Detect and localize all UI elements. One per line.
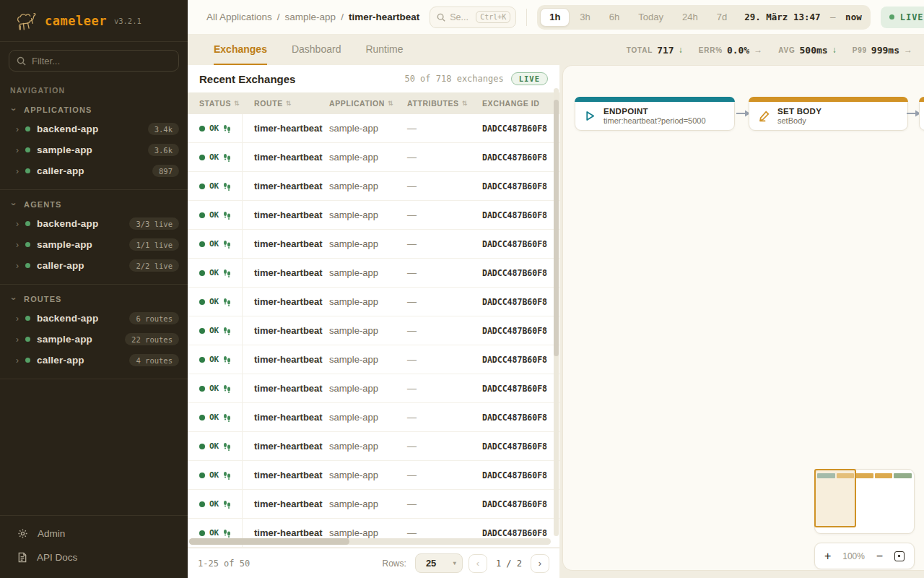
next-page-button[interactable]: › — [531, 554, 549, 573]
pencil-icon — [758, 110, 770, 122]
table-row[interactable]: OK timer-heartbeat sample-app — DADCC487… — [188, 490, 559, 519]
tab[interactable]: Runtime — [365, 35, 403, 65]
applications-list: › backend-app 3.4k › sample-app 3.6k › c… — [0, 118, 188, 181]
column-header-exchange-id[interactable]: EXCHANGE ID — [482, 99, 559, 108]
global-search[interactable]: Ctrl+K — [430, 7, 516, 28]
application-cell: sample-app — [329, 325, 407, 336]
stat-label: TOTAL — [627, 46, 653, 54]
status-dot — [25, 221, 30, 226]
status-text: OK — [209, 413, 219, 422]
sidebar-item-agent[interactable]: › backend-app 3/3 live — [0, 213, 188, 234]
table-row[interactable]: OK timer-heartbeat sample-app — DADCC487… — [188, 432, 559, 461]
table-row[interactable]: OK timer-heartbeat sample-app — DADCC487… — [188, 288, 559, 316]
item-badge: 897 — [152, 165, 179, 177]
flow-node-endpoint[interactable]: ENDPOINT timer:heartbeat?period=5000 — [575, 97, 735, 131]
table-row[interactable]: OK timer-heartbeat sample-app — DADCC487… — [188, 259, 559, 288]
table-row[interactable]: OK timer-heartbeat sample-app — DADCC487… — [188, 403, 559, 432]
exchange-id-cell: DADCC487B60F8 — [482, 499, 559, 509]
route-flow-canvas[interactable]: ENDPOINT timer:heartbeat?period=5000 SET… — [562, 65, 924, 571]
exchange-id-cell: DADCC487B60F8 — [482, 528, 559, 538]
divider — [0, 379, 188, 379]
tab[interactable]: Exchanges — [214, 35, 267, 65]
exchange-id-cell: DADCC487B60F8 — [482, 239, 559, 249]
table-row[interactable]: OK timer-heartbeat sample-app — DADCC487… — [188, 114, 559, 143]
sidebar-filter-input[interactable]: Filter... — [9, 50, 179, 72]
flow-node-set-body[interactable]: SET BODY setBody — [749, 97, 908, 131]
fit-view-button[interactable] — [894, 551, 905, 561]
zoom-in-button[interactable]: + — [824, 551, 831, 562]
ok-dot — [199, 155, 205, 160]
route-cell: timer-heartbeat — [243, 210, 329, 220]
exchange-id-cell: DADCC487B60F8 — [482, 413, 559, 423]
prev-page-button[interactable]: ‹ — [468, 554, 487, 573]
camel-logo-icon — [13, 9, 38, 33]
sidebar-item-agent[interactable]: › caller-app 2/2 live — [0, 255, 188, 276]
live-toggle[interactable]: LIVE — [881, 7, 924, 28]
zoom-out-button[interactable]: − — [876, 551, 883, 562]
time-range-chip[interactable]: 3h — [571, 8, 598, 27]
sidebar: cameleer v3.2.1 Filter... NAVIGATION › A… — [0, 0, 188, 578]
horizontal-scrollbar-thumb[interactable] — [189, 538, 349, 545]
table-row[interactable]: OK timer-heartbeat sample-app — DADCC487… — [188, 230, 559, 259]
status-text: OK — [209, 355, 219, 364]
tab[interactable]: Dashboard — [292, 35, 341, 65]
sidebar-item-route[interactable]: › backend-app 6 routes — [0, 308, 188, 329]
time-range-chips: 1h3h6hToday24h7d — [540, 8, 736, 27]
live-badge[interactable]: LIVE — [511, 72, 548, 85]
sidebar-group-agents[interactable]: › AGENTS — [0, 191, 188, 213]
footprints-icon — [223, 153, 231, 162]
agents-list: › backend-app 3/3 live › sample-app 1/1 … — [0, 213, 188, 276]
app-logo-text: cameleer — [45, 14, 107, 28]
sidebar-item-route[interactable]: › sample-app 22 routes — [0, 329, 188, 350]
search-input[interactable] — [450, 12, 471, 22]
table-row[interactable]: OK timer-heartbeat sample-app — DADCC487… — [188, 316, 559, 345]
time-range-chip[interactable]: Today — [629, 8, 672, 27]
exchange-id-cell: DADCC487B60F8 — [482, 355, 559, 365]
table-row[interactable]: OK timer-heartbeat sample-app — DADCC487… — [188, 374, 559, 403]
footprints-icon — [223, 413, 231, 422]
sidebar-item-admin[interactable]: Admin — [0, 522, 188, 545]
exchanges-header: Recent Exchanges 50 of 718 exchanges LIV… — [188, 65, 559, 92]
time-range-display[interactable]: 29. März 13:47 — now — [744, 12, 862, 22]
column-header-attributes[interactable]: ATTRIBUTES⇅ — [407, 99, 482, 108]
sidebar-item-agent[interactable]: › sample-app 1/1 live — [0, 234, 188, 255]
document-icon — [17, 552, 27, 563]
column-header-application[interactable]: APPLICATION⇅ — [329, 99, 407, 108]
footer-label: Admin — [38, 528, 65, 539]
application-cell: sample-app — [329, 123, 407, 134]
table-row[interactable]: OK timer-heartbeat sample-app — DADCC487… — [188, 461, 559, 490]
flow-minimap[interactable] — [814, 469, 915, 534]
column-header-route[interactable]: ROUTE⇅ — [243, 99, 329, 108]
search-icon — [437, 13, 445, 22]
time-range-chip[interactable]: 24h — [674, 8, 707, 27]
status-cell: OK — [188, 172, 243, 200]
time-range-chip[interactable]: 7d — [708, 8, 736, 27]
breadcrumb-root[interactable]: All Applications — [206, 12, 272, 22]
time-range-chip[interactable]: 6h — [601, 8, 628, 27]
sidebar-item-route[interactable]: › caller-app 4 routes — [0, 350, 188, 371]
breadcrumb-app[interactable]: sample-app — [285, 12, 336, 22]
sidebar-item-application[interactable]: › sample-app 3.6k — [0, 139, 188, 160]
table-row[interactable]: OK timer-heartbeat sample-app — DADCC487… — [188, 172, 559, 201]
chevron-down-icon: ▾ — [453, 560, 456, 566]
route-cell: timer-heartbeat — [243, 527, 329, 538]
sidebar-group-routes[interactable]: › ROUTES — [0, 285, 188, 308]
sidebar-item-application[interactable]: › backend-app 3.4k — [0, 118, 188, 139]
time-range-chip[interactable]: 1h — [540, 8, 570, 27]
route-cell: timer-heartbeat — [243, 267, 329, 278]
sidebar-item-application[interactable]: › caller-app 897 — [0, 160, 188, 181]
column-header-status[interactable]: STATUS⇅ — [188, 99, 243, 108]
table-row[interactable]: OK timer-heartbeat sample-app — DADCC487… — [188, 143, 559, 172]
exchange-id-cell: DADCC487B60F8 — [482, 268, 559, 278]
minimap-viewport[interactable] — [814, 469, 856, 527]
table-row[interactable]: OK timer-heartbeat sample-app — DADCC487… — [188, 345, 559, 374]
table-row[interactable]: OK timer-heartbeat sample-app — DADCC487… — [188, 201, 559, 230]
sidebar-group-applications[interactable]: › APPLICATIONS — [0, 96, 188, 118]
sidebar-item-api-docs[interactable]: API Docs — [0, 545, 188, 569]
attributes-cell: — — [407, 499, 482, 509]
rows-per-page-select[interactable]: 25 ▾ — [415, 553, 463, 573]
status-text: OK — [209, 152, 219, 162]
flow-node-partial[interactable] — [919, 97, 924, 131]
chevron-right-icon: › — [16, 335, 19, 344]
vertical-scrollbar-thumb[interactable] — [554, 100, 559, 356]
